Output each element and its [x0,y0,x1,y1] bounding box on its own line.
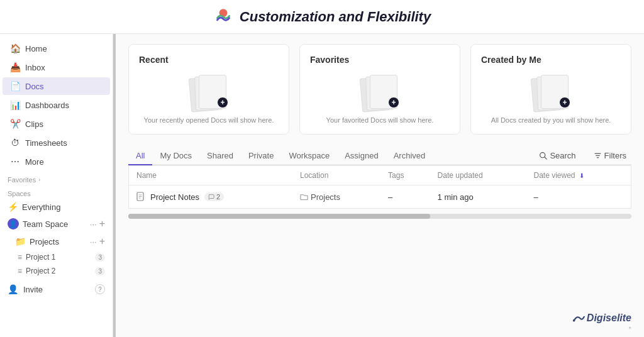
sidebar-item-more[interactable]: ⋯ More [3,153,110,170]
more-icon: ⋯ [10,157,20,167]
recent-plus-icon: + [218,97,228,108]
cell-tags: – [380,185,430,209]
favorites-chevron-icon: › [38,177,40,183]
spaces-section: Spaces [0,185,113,199]
list-icon-1: ≡ [18,253,22,262]
cell-name: Project Notes 2 [129,185,293,209]
list-icon-2: ≡ [18,267,22,275]
sidebar-item-docs[interactable]: 📄 Docs [3,77,110,95]
col-date-viewed[interactable]: Date viewed ⬇ [526,166,631,185]
sidebar-item-timesheets[interactable]: ⏱ Timesheets [3,134,110,152]
sidebar-item-clips[interactable]: ✂️ Clips [3,115,110,133]
search-button[interactable]: Search [534,148,580,163]
projects-icon: 📁 [15,236,26,246]
sidebar-item-dashboards[interactable]: 📊 Dashboards [3,96,110,114]
filter-icon [594,152,602,160]
docs-table: Name Location Tags Date updated [128,165,631,209]
favorites-section: Favorites › [0,171,113,185]
svg-line-2 [545,157,547,159]
help-circle-icon: ? [95,284,105,294]
folder-icon [300,193,308,201]
page-title: Customization and Flexibility [240,9,431,25]
cell-date-updated: 1 min ago [430,185,526,209]
col-location[interactable]: Location [292,166,380,185]
everything-icon: ⚡ [8,202,18,212]
projects-dots-icon[interactable]: ··· [90,237,97,246]
scrollbar-track[interactable] [128,214,631,219]
recent-illustration: + [190,75,228,109]
top-header: Customization and Flexibility [0,0,644,34]
tabs-row: All My Docs Shared Private Workspace Ass… [128,147,631,165]
cards-row: Recent + Your recently opened Docs will … [128,44,631,135]
sidebar-item-invite[interactable]: 👤 Invite ? [0,280,113,298]
watermark: Digiselite + [572,311,631,331]
cell-location: Projects [292,185,380,209]
sidebar-item-teamspace[interactable]: 👤 Team Space ··· + [0,215,113,233]
created-by-me-card: Created by Me + All Docs created by you … [470,44,631,135]
col-name[interactable]: Name [129,166,293,185]
cell-date-viewed: – [526,185,631,209]
favorites-card: Favorites + Your favorited Docs will sho… [299,44,460,135]
recent-card: Recent + Your recently opened Docs will … [128,44,289,135]
teamspace-icon: 👤 [8,218,19,229]
home-icon: 🏠 [10,43,20,53]
created-by-me-illustration: + [532,75,570,109]
docs-icon: 📄 [10,81,20,91]
sidebar-item-project2[interactable]: ≡ Project 2 3 [0,264,113,278]
sidebar-item-projects[interactable]: 📁 Projects ··· + [0,233,113,250]
comment-icon [208,194,214,200]
created-plus-icon: + [560,97,570,108]
favorites-illustration: + [361,75,399,109]
sidebar: 🏠 Home 📥 Inbox 📄 Docs 📊 Dashboards ✂️ Cl… [0,34,113,337]
sidebar-item-everything[interactable]: ⚡ Everything [0,199,113,215]
scrollbar-area [128,209,631,224]
teamspace-dots-icon[interactable]: ··· [90,219,97,229]
clips-icon: ✂️ [10,119,20,129]
file-doc-icon [136,192,145,202]
favorites-plus-icon: + [389,97,399,108]
projects-add-icon[interactable]: + [99,236,105,247]
logo-icon [213,7,233,27]
col-tags[interactable]: Tags [380,166,430,185]
table-row: Project Notes 2 [129,185,631,209]
sidebar-item-project1[interactable]: ≡ Project 1 3 [0,250,113,264]
scrollbar-thumb[interactable] [128,214,430,219]
invite-icon: 👤 [8,284,18,294]
table-header-row: Name Location Tags Date updated [129,166,631,185]
tab-archived[interactable]: Archived [386,147,433,165]
teamspace-add-icon[interactable]: + [99,218,105,229]
filters-button[interactable]: Filters [589,148,631,163]
tabs-actions: Search Filters [534,148,631,163]
docs-table-wrapper: Name Location Tags Date updated [128,165,631,224]
tab-assigned[interactable]: Assigned [337,147,386,165]
comment-badge: 2 [204,192,224,201]
sidebar-item-home[interactable]: 🏠 Home [3,40,110,57]
timesheets-icon: ⏱ [10,138,20,148]
search-icon [539,152,547,160]
tab-shared[interactable]: Shared [199,147,241,165]
svg-point-10 [573,319,575,322]
tab-workspace[interactable]: Workspace [281,147,337,165]
content-area: Recent + Your recently opened Docs will … [116,34,644,337]
col-date-updated[interactable]: Date updated [430,166,526,185]
tab-all[interactable]: All [128,147,152,165]
sort-icon: ⬇ [579,172,584,179]
tab-private[interactable]: Private [241,147,281,165]
inbox-icon: 📥 [10,62,20,72]
sidebar-item-inbox[interactable]: 📥 Inbox [3,58,110,76]
tab-my-docs[interactable]: My Docs [152,147,199,165]
watermark-icon [572,311,586,325]
dashboards-icon: 📊 [10,100,20,110]
